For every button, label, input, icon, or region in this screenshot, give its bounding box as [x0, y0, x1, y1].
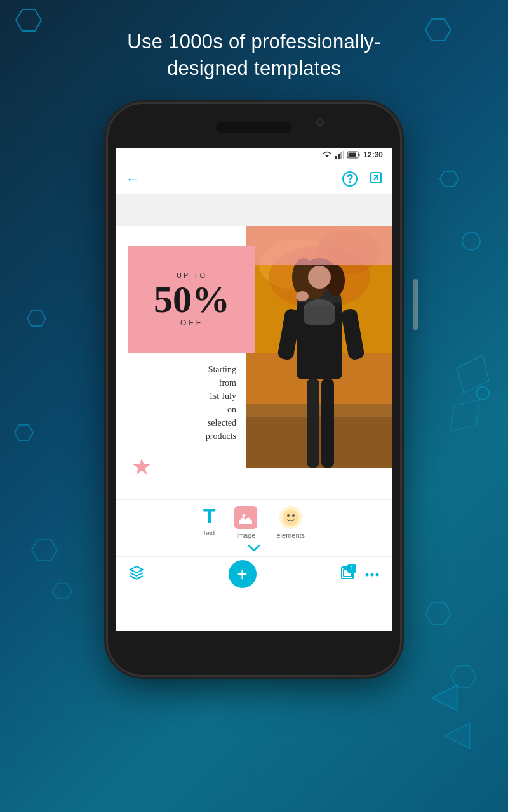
bottom-toolbar: T text image	[116, 499, 392, 556]
phone-body: 12:30 ← ?	[108, 104, 400, 675]
canvas-area	[116, 195, 392, 226]
svg-point-57	[376, 573, 379, 577]
pink-top-overlay	[246, 226, 392, 265]
image-tool[interactable]: image	[234, 506, 257, 539]
more-options-button[interactable]	[364, 568, 380, 580]
phone-bottom-bar	[108, 631, 400, 675]
star-decoration: ★	[131, 454, 152, 480]
phone-mockup: 12:30 ← ?	[0, 104, 508, 675]
svg-rect-41	[304, 306, 335, 325]
phone-screen: 12:30 ← ?	[116, 145, 392, 634]
bottom-nav: + 1	[116, 556, 392, 592]
image-tool-icon	[234, 506, 257, 529]
svg-rect-17	[335, 156, 337, 159]
text-tool-label: text	[204, 529, 215, 537]
headline-section: Use 1000s of professionally- designed te…	[0, 0, 508, 98]
discount-percent: 50%	[154, 280, 230, 318]
status-time: 12:30	[363, 150, 383, 159]
template-design[interactable]: UP TO 50% OFF Starting from 1st July on …	[116, 226, 392, 499]
elements-tool[interactable]: elements	[276, 506, 305, 539]
svg-point-49	[283, 509, 299, 526]
svg-rect-20	[343, 151, 344, 159]
text-tool-icon: T	[203, 506, 216, 527]
battery-icon	[347, 151, 360, 159]
svg-point-50	[287, 514, 290, 517]
svg-rect-22	[359, 153, 360, 156]
app-bar-right-icons: ?	[342, 171, 383, 188]
tool-items-row: T text image	[119, 506, 389, 539]
app-bar: ← ?	[116, 164, 392, 195]
discount-box: UP TO 50% OFF	[128, 246, 255, 353]
svg-marker-16	[324, 155, 330, 157]
svg-rect-46	[321, 379, 334, 468]
text-tool[interactable]: T text	[203, 506, 216, 539]
speaker-grille	[216, 122, 292, 133]
svg-rect-18	[338, 154, 340, 159]
back-button[interactable]: ←	[125, 170, 140, 188]
svg-point-55	[366, 573, 369, 577]
svg-marker-13	[432, 685, 457, 710]
svg-point-44	[296, 291, 309, 301]
up-to-text: UP TO	[177, 272, 207, 279]
description-text: Starting from 1st July on selected produ…	[128, 363, 236, 443]
wifi-icon	[322, 151, 332, 159]
svg-rect-23	[349, 152, 356, 157]
svg-rect-19	[340, 152, 342, 159]
svg-point-48	[243, 514, 246, 517]
help-button[interactable]: ?	[342, 171, 358, 187]
add-button[interactable]: +	[229, 560, 257, 588]
svg-rect-45	[307, 379, 319, 468]
status-icons: 12:30	[322, 150, 383, 159]
export-button[interactable]	[369, 171, 383, 188]
headline-text: Use 1000s of professionally- designed te…	[51, 29, 457, 82]
layers-button[interactable]	[128, 565, 145, 584]
svg-point-56	[371, 573, 374, 577]
signal-icon	[335, 151, 344, 159]
front-camera	[316, 118, 324, 126]
pages-badge: 1	[347, 564, 356, 573]
svg-point-51	[292, 514, 295, 517]
elements-tool-icon	[279, 506, 302, 529]
chevron-down-icon	[119, 543, 389, 556]
elements-tool-label: elements	[276, 532, 305, 539]
phone-top-bar	[108, 104, 400, 148]
svg-marker-52	[130, 566, 143, 573]
svg-marker-14	[444, 723, 470, 749]
image-tool-label: image	[236, 532, 255, 539]
off-text: OFF	[180, 318, 203, 327]
pages-button[interactable]: 1	[340, 565, 355, 583]
svg-point-38	[308, 266, 331, 289]
nav-right-icons: 1	[340, 565, 380, 583]
